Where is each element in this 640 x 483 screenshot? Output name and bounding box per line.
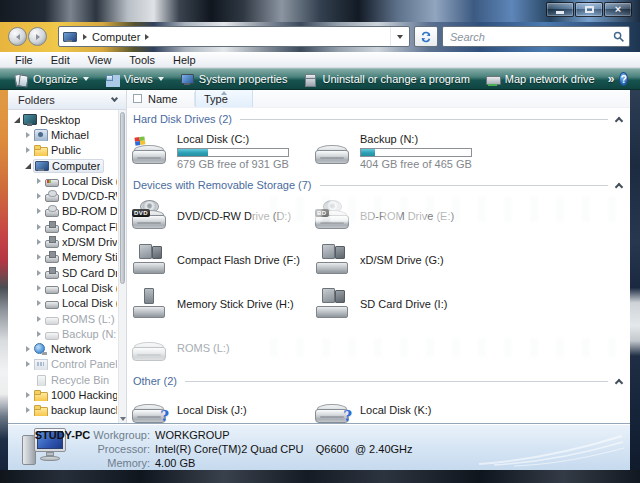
toolbar-views-button[interactable]: Views bbox=[97, 69, 172, 89]
expander-icon[interactable] bbox=[34, 191, 44, 201]
folder-icon bbox=[34, 389, 47, 401]
drive-xd-sm-drive-g[interactable]: xD/SM Drive (G:) bbox=[314, 238, 497, 282]
address-bar[interactable]: Computer bbox=[58, 26, 410, 47]
drive-backup-n[interactable]: Backup (N:)404 GB free of 465 GB bbox=[314, 128, 497, 174]
sysprop-icon bbox=[180, 73, 194, 86]
expander-icon[interactable] bbox=[12, 115, 22, 125]
drive-local-disk-k[interactable]: ?Local Disk (K:) bbox=[314, 390, 497, 423]
expander-icon[interactable] bbox=[23, 390, 33, 400]
forward-button[interactable] bbox=[28, 27, 47, 46]
menu-tools[interactable]: Tools bbox=[120, 54, 164, 66]
select-all-checkbox[interactable] bbox=[133, 94, 142, 103]
collapse-chevron-icon[interactable] bbox=[615, 378, 623, 386]
expander-icon[interactable] bbox=[34, 237, 44, 247]
folders-header[interactable]: Folders bbox=[8, 90, 126, 110]
expander-icon[interactable] bbox=[34, 329, 44, 339]
breadcrumb-arrow-icon[interactable] bbox=[145, 34, 149, 40]
expander-icon[interactable] bbox=[23, 130, 33, 140]
address-dropdown-button[interactable] bbox=[390, 27, 409, 46]
tree-item-public[interactable]: Public bbox=[8, 143, 126, 158]
tree-item-backup-launch[interactable]: backup launch bbox=[8, 403, 126, 418]
toolbar-system-properties-button[interactable]: System properties bbox=[172, 69, 296, 89]
back-button[interactable] bbox=[8, 27, 27, 46]
expander-icon[interactable] bbox=[34, 314, 44, 324]
tree-item-local-disk-k[interactable]: Local Disk (K bbox=[8, 296, 126, 311]
optical-icon bbox=[45, 205, 58, 217]
toolbar-map-network-drive-button[interactable]: Map network drive bbox=[478, 69, 603, 89]
tree-item-roms-l[interactable]: ROMS (L:) bbox=[8, 311, 126, 326]
expander-icon[interactable] bbox=[23, 145, 33, 155]
section-title: Devices with Removable Storage (7) bbox=[133, 179, 312, 191]
collapse-chevron-icon[interactable] bbox=[615, 116, 623, 124]
drive-badge: DVD bbox=[132, 209, 150, 217]
tree-item-computer[interactable]: Computer bbox=[8, 158, 126, 173]
details-pane: STUDY-PC Workgroup:WORKGROUPProcessor:In… bbox=[8, 423, 630, 470]
search-box[interactable] bbox=[442, 26, 630, 47]
minimize-button[interactable] bbox=[546, 2, 574, 17]
expander-icon[interactable] bbox=[23, 161, 33, 171]
expander-icon[interactable] bbox=[34, 283, 44, 293]
column-type[interactable]: Type bbox=[195, 90, 253, 107]
expander-icon[interactable] bbox=[23, 405, 33, 415]
expander-icon[interactable] bbox=[34, 206, 44, 216]
expander-icon[interactable] bbox=[23, 344, 33, 354]
expander-icon[interactable] bbox=[34, 176, 44, 186]
expander-icon[interactable] bbox=[23, 359, 33, 369]
menu-help[interactable]: Help bbox=[164, 54, 205, 66]
search-icon[interactable] bbox=[613, 31, 625, 43]
breadcrumb-arrow-icon[interactable] bbox=[83, 34, 87, 40]
drive-sd-card-drive-i[interactable]: SD Card Drive (I:) bbox=[314, 282, 497, 326]
tree-item-local-disk-j[interactable]: Local Disk (J: bbox=[8, 280, 126, 295]
help-button[interactable]: ? bbox=[619, 72, 628, 86]
tree-item-network[interactable]: Network bbox=[8, 341, 126, 356]
tree-item-backup-n[interactable]: Backup (N:) bbox=[8, 326, 126, 341]
search-input[interactable] bbox=[450, 31, 613, 43]
drive-local-disk-c[interactable]: Local Disk (C:)679 GB free of 931 GB bbox=[131, 128, 314, 174]
reader-icon bbox=[45, 221, 58, 233]
title-bar[interactable]: × bbox=[0, 0, 640, 22]
optical-icon: DVD bbox=[131, 200, 169, 232]
drive-memory-stick-drive-h[interactable]: Memory Stick Drive (H:) bbox=[131, 282, 314, 326]
menu-file[interactable]: File bbox=[6, 54, 42, 66]
chevron-down-icon[interactable] bbox=[111, 94, 118, 101]
expander-icon[interactable] bbox=[23, 375, 33, 385]
drive-compact-flash-drive-f[interactable]: Compact Flash Drive (F:) bbox=[131, 238, 314, 282]
maximize-button[interactable] bbox=[575, 2, 603, 17]
views-icon bbox=[105, 73, 119, 86]
column-name[interactable]: Name bbox=[148, 93, 194, 105]
refresh-button[interactable] bbox=[414, 26, 438, 47]
breadcrumb-item-computer[interactable]: Computer bbox=[92, 31, 140, 43]
tree-item-desktop[interactable]: Desktop bbox=[8, 112, 126, 127]
forward-arrow-icon bbox=[36, 34, 40, 40]
toolbar-overflow-button[interactable]: » bbox=[603, 72, 620, 86]
sidebar-scrollbar[interactable] bbox=[118, 110, 126, 423]
tree-item-xd-sm-drive[interactable]: xD/SM Drive bbox=[8, 234, 126, 249]
expander-icon[interactable] bbox=[34, 222, 44, 232]
navigation-bar: Computer bbox=[0, 22, 640, 52]
scrollbar-thumb[interactable] bbox=[120, 112, 125, 284]
expander-icon[interactable] bbox=[34, 268, 44, 278]
tree-item-recycle-bin[interactable]: Recycle Bin bbox=[8, 372, 126, 387]
expander-icon[interactable] bbox=[34, 298, 44, 308]
drive-local-disk-j[interactable]: ?Local Disk (J:) bbox=[131, 390, 314, 423]
tree-item-bd-rom-dri[interactable]: BD-ROM Dri bbox=[8, 204, 126, 219]
tree-item-control-panel[interactable]: Control Panel bbox=[8, 357, 126, 372]
tree-item-dvd-cd-rw[interactable]: DVD/CD-RW bbox=[8, 188, 126, 203]
tree-item-michael[interactable]: Michael bbox=[8, 127, 126, 142]
collapse-chevron-icon[interactable] bbox=[615, 182, 623, 190]
scroll-down-icon[interactable] bbox=[120, 417, 126, 421]
close-button[interactable]: × bbox=[604, 2, 632, 17]
tree-item-sd-card-driv[interactable]: SD Card Driv bbox=[8, 265, 126, 280]
toolbar-organize-button[interactable]: Organize bbox=[6, 69, 97, 89]
tree-item-local-disk-c[interactable]: Local Disk (C bbox=[8, 173, 126, 188]
menu-view[interactable]: View bbox=[79, 54, 121, 66]
tree-item-compact-fla[interactable]: Compact Fla bbox=[8, 219, 126, 234]
toolbar-uninstall-or-change-a-program-button[interactable]: Uninstall or change a program bbox=[295, 69, 477, 89]
tree-item-memory-stic[interactable]: Memory Stic bbox=[8, 250, 126, 265]
control-icon bbox=[34, 358, 47, 370]
hdd-icon bbox=[314, 135, 352, 167]
menu-edit[interactable]: Edit bbox=[42, 54, 79, 66]
folders-sidebar: Folders DesktopMichaelPublicComputerLoca… bbox=[8, 90, 127, 423]
tree-item-1000-hacking[interactable]: 1000 Hacking bbox=[8, 387, 126, 402]
expander-icon[interactable] bbox=[34, 252, 44, 262]
